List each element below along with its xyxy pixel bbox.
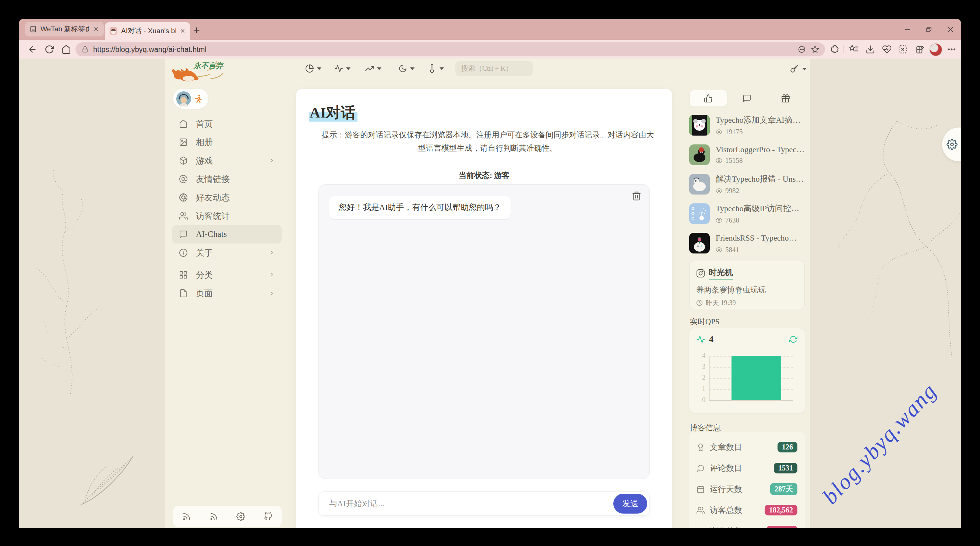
sidebar-item-label: AI-Chats [196, 230, 227, 239]
new-tab-button[interactable] [192, 26, 201, 35]
sidebar-item-visitor-stats[interactable]: 访客统计 [172, 207, 282, 225]
stats-dropdown[interactable] [305, 64, 321, 73]
sidebar-item-label: 分类 [196, 269, 213, 281]
gift-icon [781, 94, 790, 103]
send-button[interactable]: 发送 [613, 494, 647, 514]
article-thumbnail: DOG [689, 203, 710, 224]
chat-input[interactable] [328, 498, 613, 509]
chevron-right-icon [268, 157, 275, 164]
stat-row-comments: 评论数目 1531 [697, 458, 797, 479]
favorites-icon[interactable] [849, 45, 859, 54]
stat-badge: 126 [778, 442, 797, 452]
sidebar-item-about[interactable]: 关于 [172, 244, 282, 262]
article-item[interactable]: Typecho添加文章AI摘要… 19175 [689, 112, 805, 139]
sidebar-item-categories[interactable]: 分类 [172, 266, 282, 284]
settings-menu-icon[interactable] [947, 45, 956, 54]
tab-close-icon[interactable] [179, 28, 186, 34]
rss-alt-icon[interactable] [210, 512, 218, 521]
sidebar-item-label: 访客统计 [196, 211, 230, 222]
github-icon[interactable] [264, 512, 272, 521]
window-restore-button[interactable] [923, 24, 934, 35]
sidebar-item-home[interactable]: 首页 [172, 115, 282, 133]
minimize-icon [904, 26, 911, 33]
sidebar-item-album[interactable]: 相册 [172, 133, 282, 152]
browser-tab-wetab[interactable]: WeTab 新标签页 [25, 22, 104, 37]
stat-label: 访客总数 [710, 505, 742, 516]
trending-dropdown[interactable] [365, 64, 382, 73]
clock-icon [696, 300, 703, 306]
caret-down-icon [377, 67, 382, 70]
sidebar-item-games[interactable]: 游戏 [172, 152, 282, 170]
article-item[interactable]: FriendsRSS - Typecho友… 5841 [689, 230, 805, 256]
downloads-icon[interactable] [865, 45, 875, 54]
profile-avatar[interactable] [929, 43, 942, 56]
rss-icon[interactable] [182, 512, 191, 521]
caret-down-icon [346, 67, 350, 70]
article-item[interactable]: VistorLoggerPro - Typec… 15158 [689, 142, 805, 168]
article-item[interactable]: 解决Typecho报错 - Unsu… 9982 [689, 171, 805, 198]
stat-row-days: 运行天数 287天 [697, 479, 797, 500]
article-views: 15158 [716, 156, 804, 165]
timeline-header[interactable]: 时光机 [696, 267, 798, 279]
y-tick: 2 [697, 374, 705, 382]
lock-icon [81, 46, 89, 53]
browser-tabstrip: WeTab 新标签页 AI对话 - Xuan's blog [19, 19, 961, 40]
browser-tab-active[interactable]: AI对话 - Xuan's blog [105, 22, 190, 40]
sidebar-item-ai-chats[interactable]: AI-Chats [172, 225, 282, 244]
users-icon [179, 211, 188, 220]
window-minimize-button[interactable] [902, 24, 913, 35]
bookmark-star-icon[interactable] [811, 45, 819, 53]
info-icon [179, 248, 188, 257]
users-icon [697, 506, 705, 514]
qps-bar-chart: 4 3 2 1 0 [697, 351, 797, 405]
stat-badge: 287天 [770, 483, 797, 495]
sidebar-item-pages[interactable]: 页面 [172, 284, 282, 302]
window-close-button[interactable] [945, 24, 956, 35]
timeline-card: 时光机 养两条赛博脊虫玩玩 昨天 19:39 [689, 261, 805, 309]
y-tick: 1 [697, 385, 705, 393]
article-item[interactable]: DOG Typecho高级IP访问控制… 7630 [689, 200, 805, 227]
screenshot-icon[interactable] [898, 45, 907, 54]
browser-essentials-icon[interactable] [882, 45, 892, 54]
theme-dropdown[interactable] [398, 64, 415, 73]
article-views: 9982 [716, 187, 805, 195]
ranking-tabs [689, 90, 805, 107]
search-input[interactable] [455, 61, 533, 76]
sidebar-item-label: 友情链接 [196, 174, 230, 185]
copilot-icon[interactable] [830, 45, 840, 54]
stat-badge: 461680 [767, 526, 797, 528]
aperture-icon [179, 193, 188, 202]
tab-gift[interactable] [766, 90, 805, 107]
article-thumbnail [689, 233, 710, 254]
tab-most-commented[interactable] [728, 90, 767, 107]
sidebar-item-friends-feed[interactable]: 好友动态 [172, 188, 282, 207]
address-bar[interactable]: https://blog.ybyq.wang/ai-chat.html [75, 42, 825, 56]
background-sketch-right [834, 99, 961, 364]
eye-icon [716, 217, 722, 224]
thumbs-up-icon [704, 94, 713, 103]
eye-icon [716, 129, 722, 135]
login-dropdown[interactable] [790, 64, 807, 74]
collections-icon[interactable] [916, 45, 925, 54]
comment-icon [697, 464, 705, 472]
refresh-icon[interactable] [45, 45, 54, 54]
home-icon [179, 120, 188, 128]
tab-most-liked[interactable] [689, 90, 728, 107]
activity-dropdown[interactable] [334, 64, 350, 73]
home-icon[interactable] [62, 45, 71, 54]
refresh-icon[interactable] [789, 335, 797, 343]
user-avatar-pill[interactable] [173, 89, 208, 109]
gear-icon[interactable] [236, 512, 245, 521]
back-icon[interactable] [28, 45, 37, 54]
chart-baseline [709, 400, 793, 401]
qps-bar [732, 356, 781, 400]
sidebar-item-links[interactable]: 友情链接 [172, 170, 282, 188]
sidebar-footer-links [173, 506, 282, 527]
runner-emoji-icon [194, 94, 203, 104]
more-permissions-icon[interactable] [798, 45, 806, 53]
timeline-title[interactable]: 时光机 [709, 267, 733, 279]
tab-close-icon[interactable] [93, 26, 99, 32]
clear-chat-trash-icon[interactable] [632, 191, 641, 201]
file-icon [179, 289, 188, 298]
temperature-dropdown[interactable] [428, 64, 444, 73]
